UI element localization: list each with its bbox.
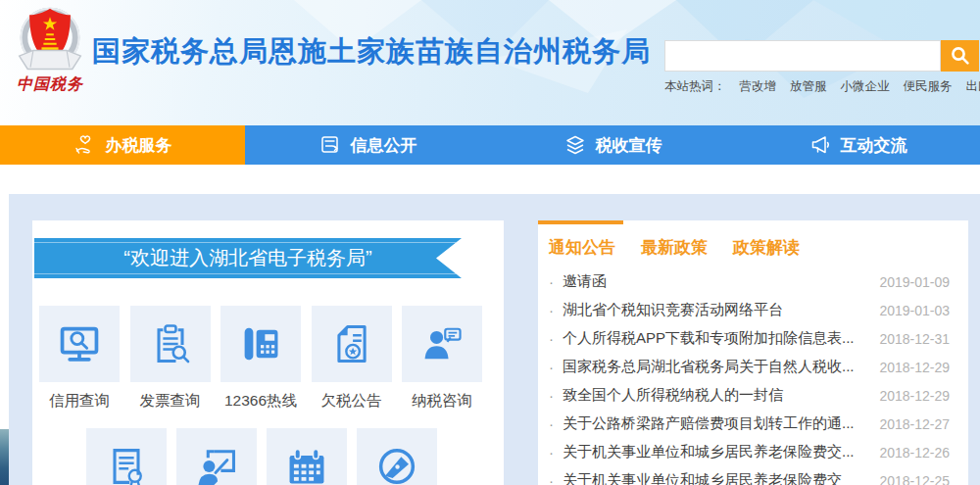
quick-link-tax-arrears-notice[interactable]: 欠税公告 [312,306,392,412]
bullet-icon: · [549,359,554,375]
national-tax-emblem-icon [13,3,87,77]
spacer-band [0,165,980,194]
tab-latest-policies[interactable]: 最新政策 [641,236,708,259]
clipboard-search-icon [147,320,194,367]
news-date: 2018-12-27 [879,416,950,432]
nav-label: 信息公开 [351,134,417,157]
nav-item-tax-service[interactable]: 办税服务 [0,125,245,165]
logo-text: 中国税务 [10,74,90,95]
tab-notices[interactable]: 通知公告 [549,236,615,259]
tile [402,306,482,382]
presenter-board-icon [193,443,240,485]
bullet-icon: · [549,330,554,347]
news-title: 国家税务总局湖北省税务局关于自然人税收... [563,358,869,376]
tile [267,428,347,485]
tile [39,306,120,382]
news-title: 邀请函 [563,272,869,291]
tile [357,428,437,485]
nav-item-interaction[interactable]: 互动交流 [735,125,980,165]
quick-links-row-1: 信用查询 发票查询 [39,306,482,412]
news-item[interactable]: · 个人所得税APP下载和专项附加扣除信息表... 2018-12-31 [549,324,950,353]
news-date: 2018-12-31 [879,331,950,347]
document-star-icon [328,320,375,367]
quick-service-panel: “欢迎进入湖北省电子税务局” 信用查询 [32,220,504,485]
quick-link-label: 纳税咨询 [402,391,482,412]
hot-word-chukoutuishui[interactable]: 出口退税 [966,78,980,95]
quick-link-navigation[interactable] [357,428,437,485]
news-title: 致全国个人所得税纳税人的一封信 [563,386,869,405]
hot-word-bianminfuwu[interactable]: 便民服务 [904,78,953,95]
megaphone-icon [808,133,832,157]
tab-policy-interpretation[interactable]: 政策解读 [733,236,800,259]
quick-link-label: 12366热线 [220,391,301,412]
news-tabs: 通知公告 最新政策 政策解读 [549,236,800,259]
bullet-icon: · [549,302,554,318]
news-date: 2019-01-09 [879,274,950,290]
site-logo[interactable]: 中国税务 [10,3,90,95]
page: 中国税务 国家税务总局恩施土家族苗族自治州税务局 本站热词： 营改增 放管服 小… [0,0,980,485]
search-button[interactable] [941,40,979,72]
tile [86,428,167,485]
bullet-icon: · [549,444,554,461]
document-arrow-icon [318,133,342,157]
header: 中国税务 国家税务总局恩施土家族苗族自治州税务局 本站热词： 营改增 放管服 小… [0,0,980,125]
quick-link-presentation[interactable] [176,428,257,485]
news-item[interactable]: · 致全国个人所得税纳税人的一封信 2018-12-29 [549,381,950,410]
quick-links-row-2 [86,428,437,485]
news-item[interactable]: · 关于机关事业单位和城乡居民养老保险费交... 2018-12-26 [549,438,950,466]
nav-item-tax-publicity[interactable]: 税收宣传 [490,125,735,165]
telephone-icon [237,320,284,367]
hot-word-fangguanfu[interactable]: 放管服 [790,78,827,95]
certificate-icon [103,443,150,485]
hot-words-label: 本站热词： [664,78,726,95]
tile [176,428,257,485]
news-item[interactable]: · 湖北省个税知识竞赛活动网络平台 2019-01-03 [549,296,950,324]
hot-words-bar: 本站热词： 营改增 放管服 小微企业 便民服务 出口退税 [664,78,980,95]
news-date: 2018-12-29 [879,360,950,375]
nav-item-info-disclosure[interactable]: 信息公开 [245,125,490,165]
compass-icon [373,443,420,485]
quick-link-tax-calendar[interactable] [267,428,347,485]
hot-word-yinggaizeng[interactable]: 营改增 [740,78,777,95]
background-photo-edge [0,429,9,485]
news-title: 关于机关事业单位和城乡居民养老保险费交 [563,471,869,485]
quick-link-tax-consulting[interactable]: 纳税咨询 [402,306,482,412]
quick-link-label: 信用查询 [39,391,120,412]
news-date: 2019-01-03 [879,303,950,318]
news-list: · 邀请函 2019-01-09 · 湖北省个税知识竞赛活动网络平台 2019-… [549,267,950,485]
news-date: 2018-12-25 [879,473,950,485]
nav-label: 办税服务 [106,134,172,157]
bullet-icon: · [549,472,554,485]
quick-link-certificate[interactable] [86,428,167,485]
quick-link-credit-query[interactable]: 信用查询 [39,306,120,412]
person-chat-icon [418,320,466,367]
news-item[interactable]: · 国家税务总局湖北省税务局关于自然人税收... 2018-12-29 [549,353,950,381]
news-item[interactable]: · 关于公路桥梁路产赔偿费项目划转工作的通... 2018-12-27 [549,410,950,438]
tile [130,306,211,382]
quick-link-invoice-query[interactable]: 发票查询 [130,306,211,412]
monitor-search-icon [56,320,103,367]
bullet-icon: · [549,273,554,290]
news-title: 湖北省个税知识竞赛活动网络平台 [563,301,869,319]
quick-link-label: 欠税公告 [312,391,392,412]
quick-link-12366-hotline[interactable]: 12366热线 [220,306,301,412]
hand-heart-icon [74,133,97,157]
bullet-icon: · [549,415,554,432]
etax-banner[interactable]: “欢迎进入湖北省电子税务局” [34,238,462,278]
etax-banner-label: “欢迎进入湖北省电子税务局” [123,245,371,271]
search-icon [950,45,971,67]
layers-icon [564,133,587,157]
news-title: 关于公路桥梁路产赔偿费项目划转工作的通... [563,414,869,433]
main-nav: 办税服务 信息公开 税收宣传 互动交流 [0,125,980,165]
news-panel: 通知公告 最新政策 政策解读 · 邀请函 2019-01-09 · 湖北省个税知… [538,220,968,485]
news-date: 2018-12-26 [879,445,950,461]
news-title: 关于机关事业单位和城乡居民养老保险费交... [563,443,869,461]
news-item[interactable]: · 邀请函 2019-01-09 [549,267,950,296]
bullet-icon: · [549,387,554,404]
news-item[interactable]: · 关于机关事业单位和城乡居民养老保险费交 2018-12-25 [549,466,950,485]
tile [312,306,392,382]
news-title: 个人所得税APP下载和专项附加扣除信息表... [563,329,869,348]
quick-link-label: 发票查询 [130,391,211,412]
hot-word-xiaoweiqiye[interactable]: 小微企业 [841,78,890,95]
search-input[interactable] [664,40,941,72]
